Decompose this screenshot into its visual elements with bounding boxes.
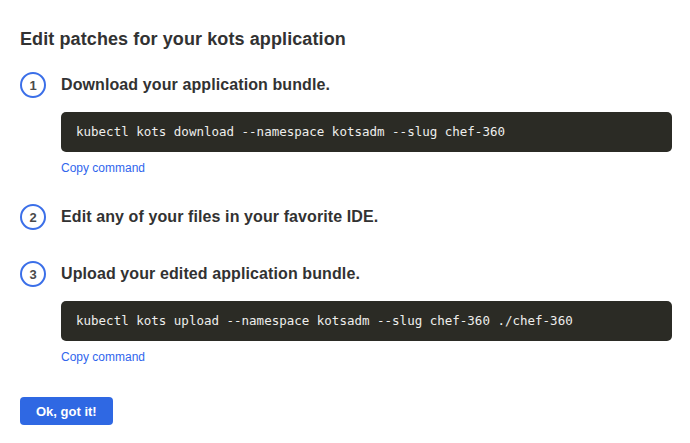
step-body: kubectl kots upload --namespace kotsadm … xyxy=(61,301,670,365)
step-upload-bundle: 3 Upload your edited application bundle.… xyxy=(20,261,670,365)
step-header: 2 Edit any of your files in your favorit… xyxy=(20,204,670,230)
step-heading-upload: Upload your edited application bundle. xyxy=(61,265,360,283)
step-header: 1 Download your application bundle. xyxy=(20,72,670,98)
step-number-badge-1: 1 xyxy=(20,72,46,98)
step-download-bundle: 1 Download your application bundle. kube… xyxy=(20,72,670,176)
upload-command-snippet: kubectl kots upload --namespace kotsadm … xyxy=(61,301,672,341)
step-body: kubectl kots download --namespace kotsad… xyxy=(61,112,670,176)
copy-upload-command-link[interactable]: Copy command xyxy=(61,350,145,364)
step-header: 3 Upload your edited application bundle. xyxy=(20,261,670,287)
step-heading-edit: Edit any of your files in your favorite … xyxy=(61,208,378,226)
copy-download-command-link[interactable]: Copy command xyxy=(61,161,145,175)
footer: Ok, got it! xyxy=(20,397,670,425)
step-number-badge-2: 2 xyxy=(20,204,46,230)
step-edit-files: 2 Edit any of your files in your favorit… xyxy=(20,204,670,230)
page-title: Edit patches for your kots application xyxy=(20,29,670,50)
step-number-badge-3: 3 xyxy=(20,261,46,287)
edit-patches-panel: Edit patches for your kots application 1… xyxy=(0,0,690,425)
step-heading-download: Download your application bundle. xyxy=(61,76,330,94)
ok-got-it-button[interactable]: Ok, got it! xyxy=(20,397,113,425)
download-command-snippet: kubectl kots download --namespace kotsad… xyxy=(61,112,672,152)
